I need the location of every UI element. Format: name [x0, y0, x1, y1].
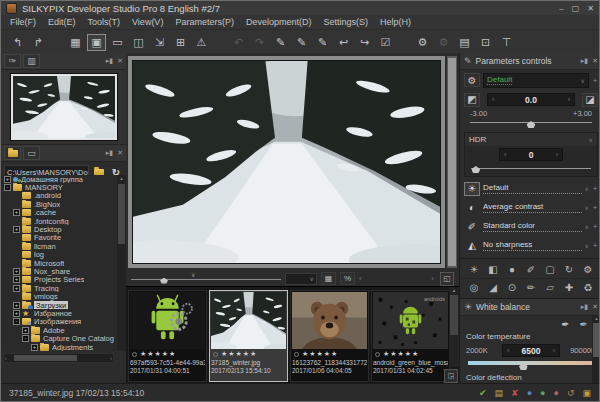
add-white-balance-preset-button[interactable]: + — [592, 184, 598, 193]
fullscreen-view-icon[interactable]: ⇲ — [150, 34, 169, 51]
marker-green-icon[interactable]: ● — [540, 388, 545, 398]
folder-browser-icon[interactable] — [4, 146, 21, 160]
close-button[interactable]: ✕ — [587, 4, 594, 13]
tree-item[interactable]: +Nox_share — [1, 267, 117, 275]
viewer-vertical-scrollbar[interactable] — [447, 56, 457, 268]
pin-icon[interactable]: ✑ — [4, 54, 21, 68]
tree-item[interactable]: .android — [1, 192, 117, 200]
camera-mark-icon[interactable]: ▣ — [582, 388, 591, 398]
scroll-left-icon[interactable]: ‹ — [5, 355, 7, 361]
color-preset-dropdown[interactable]: Standard color — [483, 221, 582, 232]
gray-balance-dropper-icon[interactable]: ✒ — [561, 319, 569, 330]
scroll-up-icon[interactable]: ▴ — [453, 287, 456, 293]
filmstrip-item[interactable]: androids★★★★★android_green_blue_mosaic_3… — [371, 290, 450, 382]
lens-tool-icon[interactable]: ◎ — [466, 281, 482, 294]
select-mark-icon[interactable]: ☑ — [376, 34, 395, 51]
tree-item[interactable]: +Загрузки — [1, 301, 117, 309]
rating-row[interactable]: ★★★★★ — [373, 349, 448, 359]
rotate-tool-icon[interactable]: ↻ — [561, 263, 577, 276]
filmstrip-item[interactable]: ★★★★★16123762_118344331772852017/01/06 0… — [290, 290, 369, 382]
star-icons[interactable]: ★★★★★ — [221, 350, 257, 358]
panel-menu-icon[interactable]: ▸▮ — [581, 57, 588, 65]
collapse-icon[interactable]: - — [22, 335, 29, 342]
fisheye-tool-icon[interactable]: ⊙ — [504, 281, 520, 294]
exposure-slider[interactable] — [470, 118, 592, 128]
filmstrip-settings-button[interactable]: ◲ — [444, 369, 458, 383]
white-balance-tool-icon[interactable]: ☀ — [466, 263, 482, 276]
restore-tool-icon[interactable]: ♻ — [580, 281, 596, 294]
delete-mark-icon[interactable]: ✘ — [511, 388, 519, 398]
main-photo[interactable] — [132, 60, 441, 264]
tree-item[interactable]: +Adobe — [1, 326, 117, 334]
navigator-button[interactable]: ◱ — [440, 272, 454, 286]
spin-left-icon[interactable]: ‹ — [492, 96, 494, 103]
preview-thumbnail[interactable] — [11, 74, 117, 140]
star-icons[interactable]: ★★★★★ — [302, 350, 338, 358]
white-balance-preset-icon[interactable]: ☀ — [464, 182, 480, 196]
tree-item[interactable]: -Изображения — [1, 318, 117, 326]
combination-view-icon[interactable]: ▣ — [87, 34, 106, 51]
menu-item[interactable]: Help(H) — [374, 17, 417, 27]
expand-icon[interactable]: + — [13, 268, 20, 275]
rating-row[interactable]: ★★★★★ — [292, 349, 367, 359]
pixel-equal-button[interactable]: % — [340, 272, 355, 285]
fit-display-button[interactable]: ▦ — [321, 272, 336, 285]
rotate-right-icon[interactable]: ↱ — [29, 34, 48, 51]
minimize-button[interactable]: – — [559, 4, 563, 13]
tone-curve-tool-icon[interactable]: ◧ — [485, 263, 501, 276]
comment-icon[interactable]: ▭ — [23, 146, 40, 160]
star-icons[interactable]: ★★★★★ — [383, 350, 419, 358]
expand-icon[interactable]: + — [13, 226, 20, 233]
paste-parameters-icon[interactable]: ✎ — [292, 34, 311, 51]
panel-menu-icon[interactable]: ▸▮ — [106, 149, 113, 157]
next-parameters-icon[interactable]: ↪ — [355, 34, 374, 51]
menu-item[interactable]: View(V) — [126, 17, 169, 27]
color-tool-icon[interactable]: ● — [504, 263, 520, 276]
tree-item[interactable]: .BigNox — [1, 200, 117, 208]
rating-row[interactable]: ★★★★★ — [211, 349, 286, 359]
panel-close-icon[interactable]: ✕ — [117, 149, 123, 157]
spin-right-icon[interactable]: › — [568, 96, 570, 103]
collapse-icon[interactable]: - — [4, 184, 11, 191]
menu-item[interactable]: Development(D) — [240, 17, 318, 27]
tree-item[interactable]: +Projects Series — [1, 276, 117, 284]
tree-horizontal-scrollbar[interactable]: ‹ › — [3, 353, 114, 363]
sharpness-preset-dropdown[interactable]: No sharpness — [483, 240, 582, 251]
warning-display-icon[interactable]: ⚠ — [192, 34, 211, 51]
white-balance-preset-dropdown[interactable]: Default — [483, 183, 582, 194]
temperature-slider[interactable] — [468, 359, 594, 370]
gear-icon[interactable]: ⚙ — [464, 73, 480, 87]
scrollbar-thumb[interactable] — [450, 295, 458, 335]
thumbnail-view-icon[interactable]: ▦ — [66, 34, 85, 51]
filmstrip-item[interactable]: ★★★★★37185_winter.jpg2017/02/13 15:54:10 — [209, 290, 288, 382]
tree-item[interactable]: -Capture One Catalog — [1, 334, 117, 342]
auto-exposure-icon[interactable]: ◪ — [582, 93, 598, 107]
white-balance-scrollbar[interactable]: ▴ — [592, 315, 600, 384]
sharpness-preset-icon[interactable]: ◭ — [464, 239, 480, 253]
add-contrast-preset-button[interactable]: + — [592, 203, 598, 212]
add-taste-button[interactable]: + — [592, 76, 598, 85]
tree-item[interactable]: +Tracing — [1, 284, 117, 292]
filmstrip-item[interactable]: ★★★★★697af593-7c51-4e44-99a3-2017/01/31 … — [128, 290, 207, 382]
menu-item[interactable]: Settings(S) — [317, 17, 374, 27]
crop-tool-icon[interactable]: ▢ — [542, 263, 558, 276]
hdr-spinner[interactable]: ‹ 0 › — [499, 148, 563, 161]
menu-item[interactable]: Tools(T) — [82, 17, 127, 27]
rotate-left-icon[interactable]: ↰ — [8, 34, 27, 51]
undo-mark-icon[interactable]: ↺ — [567, 388, 575, 398]
collapse-icon[interactable]: - — [13, 318, 20, 325]
zoom-ratio-dropdown[interactable]: ∨ — [285, 273, 317, 285]
tree-item[interactable]: vmlogs — [1, 292, 117, 300]
tree-item[interactable]: -MANSORY — [1, 183, 117, 191]
marker-red-icon[interactable]: ● — [554, 388, 559, 398]
menu-item[interactable]: Edit(E) — [42, 17, 82, 27]
color-preset-icon[interactable]: ✐ — [464, 220, 480, 234]
previous-parameters-icon[interactable]: ↩ — [334, 34, 353, 51]
tree-item[interactable]: +Adjustments — [1, 343, 117, 351]
brush-tool-icon[interactable]: ✏ — [523, 281, 539, 294]
menu-item[interactable]: File(F) — [4, 17, 42, 27]
scrollbar-thumb[interactable] — [448, 58, 456, 266]
tree-item[interactable]: +Домашняя группа — [1, 175, 117, 183]
print-icon[interactable]: ▤ — [455, 34, 474, 51]
panel-menu-icon[interactable]: ▸▮ — [106, 57, 113, 65]
